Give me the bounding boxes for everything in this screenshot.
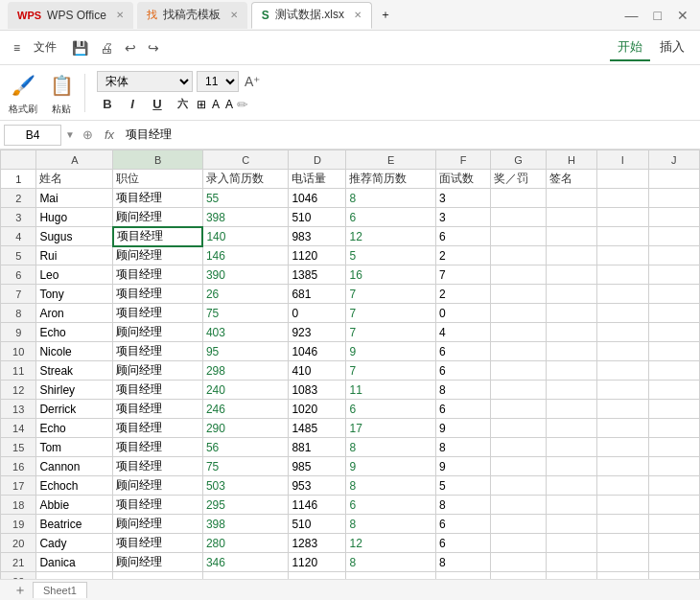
cell-e10[interactable]: 9 (346, 342, 435, 361)
cell-j20[interactable] (648, 534, 699, 553)
cell-f10[interactable]: 6 (435, 342, 490, 361)
cell-j16[interactable] (648, 457, 699, 476)
cell-e21[interactable]: 8 (346, 553, 435, 572)
cell-a15[interactable]: Tom (36, 438, 113, 457)
cell-g18[interactable] (491, 496, 546, 515)
cell-e20[interactable]: 12 (346, 534, 435, 553)
cell-g2[interactable] (491, 189, 546, 208)
cell-a18[interactable]: Abbie (36, 496, 113, 515)
cell-g14[interactable] (491, 419, 546, 438)
cell-a6[interactable]: Leo (36, 265, 113, 285)
cell-b14[interactable]: 项目经理 (113, 419, 202, 438)
cell-b16[interactable]: 项目经理 (113, 457, 202, 476)
cell-b18[interactable]: 项目经理 (113, 496, 202, 515)
cell-b4[interactable]: 项目经理 (113, 227, 202, 246)
print-icon[interactable]: 🖨 (96, 38, 117, 58)
zoom-icon[interactable]: ⊕ (79, 127, 97, 142)
cell-a9[interactable]: Echo (36, 323, 113, 342)
col-header-j[interactable]: J (648, 150, 699, 170)
cell-h6[interactable] (546, 265, 596, 285)
cell-i17[interactable] (597, 476, 648, 496)
cell-f11[interactable]: 6 (435, 361, 490, 381)
cell-a13[interactable]: Derrick (36, 400, 113, 419)
cell-g6[interactable] (491, 265, 546, 285)
cell-f20[interactable]: 6 (435, 534, 490, 553)
cell-j5[interactable] (648, 246, 699, 265)
cell-a14[interactable]: Echo (36, 419, 113, 438)
cell-j8[interactable] (648, 304, 699, 323)
cell-f8[interactable]: 0 (435, 304, 490, 323)
cell-i18[interactable] (597, 496, 648, 515)
cell-f17[interactable]: 5 (435, 476, 490, 496)
cell-c9[interactable]: 403 (202, 323, 288, 342)
col-header-d[interactable]: D (289, 150, 346, 170)
cell-h20[interactable] (546, 534, 596, 553)
tab-wps[interactable]: WPS WPS Office ✕ (8, 2, 133, 29)
underline-btn[interactable]: U (147, 94, 168, 115)
menu-file[interactable]: 文件 (28, 35, 62, 59)
sheet-tab-1[interactable]: Sheet1 (33, 582, 87, 598)
cell-d1[interactable]: 电话量 (289, 170, 346, 189)
cell-a17[interactable]: Echoch (36, 476, 113, 496)
col-header-a[interactable]: A (36, 150, 113, 170)
cell-f4[interactable]: 6 (435, 227, 490, 246)
cell-d20[interactable]: 1283 (289, 534, 346, 553)
cell-h9[interactable] (546, 323, 596, 342)
cell-a1[interactable]: 姓名 (36, 170, 113, 189)
cell-i21[interactable] (597, 553, 648, 572)
cell-c16[interactable]: 75 (202, 457, 288, 476)
strikethrough-btn[interactable]: 六 (172, 94, 193, 115)
cell-h8[interactable] (546, 304, 596, 323)
cell-a19[interactable]: Beatrice (36, 515, 113, 534)
cell-h19[interactable] (546, 515, 596, 534)
cell-c3[interactable]: 398 (202, 208, 288, 227)
cell-d17[interactable]: 953 (289, 476, 346, 496)
cell-h15[interactable] (546, 438, 596, 457)
cell-b10[interactable]: 项目经理 (113, 342, 202, 361)
cell-j18[interactable] (648, 496, 699, 515)
cell-d16[interactable]: 985 (289, 457, 346, 476)
close-tab-template[interactable]: ✕ (230, 10, 238, 20)
cell-b13[interactable]: 项目经理 (113, 400, 202, 419)
cell-i20[interactable] (597, 534, 648, 553)
cell-c6[interactable]: 390 (202, 265, 288, 285)
font-family-select[interactable]: 宋体 (97, 71, 193, 92)
cell-f13[interactable]: 6 (435, 400, 490, 419)
cell-f3[interactable]: 3 (435, 208, 490, 227)
cell-f1[interactable]: 面试数 (435, 170, 490, 189)
cell-b19[interactable]: 顾问经理 (113, 515, 202, 534)
cell-j12[interactable] (648, 381, 699, 400)
formula-dropdown-arrow[interactable]: ▼ (65, 129, 75, 140)
cell-c12[interactable]: 240 (202, 381, 288, 400)
cell-c13[interactable]: 246 (202, 400, 288, 419)
cell-h4[interactable] (546, 227, 596, 246)
cell-b11[interactable]: 顾问经理 (113, 361, 202, 381)
cell-j2[interactable] (648, 189, 699, 208)
cell-e16[interactable]: 9 (346, 457, 435, 476)
add-sheet-btn[interactable]: ＋ (8, 580, 33, 601)
cell-f19[interactable]: 6 (435, 515, 490, 534)
cell-j1[interactable] (648, 170, 699, 189)
cell-h10[interactable] (546, 342, 596, 361)
cell-d21[interactable]: 1120 (289, 553, 346, 572)
cell-b15[interactable]: 项目经理 (113, 438, 202, 457)
cell-j3[interactable] (648, 208, 699, 227)
new-tab-btn[interactable]: ＋ (380, 7, 391, 23)
cell-i2[interactable] (597, 189, 648, 208)
cell-a3[interactable]: Hugo (36, 208, 113, 227)
cell-f15[interactable]: 8 (435, 438, 490, 457)
cell-a21[interactable]: Danica (36, 553, 113, 572)
cell-i19[interactable] (597, 515, 648, 534)
cell-d13[interactable]: 1020 (289, 400, 346, 419)
cell-d6[interactable]: 1385 (289, 265, 346, 285)
menu-hamburger[interactable]: ≡ (8, 37, 26, 58)
cell-j19[interactable] (648, 515, 699, 534)
cell-g13[interactable] (491, 400, 546, 419)
cell-h3[interactable] (546, 208, 596, 227)
cell-d2[interactable]: 1046 (289, 189, 346, 208)
font-color-btn[interactable]: A (225, 98, 233, 111)
highlight-btn[interactable]: A (212, 98, 220, 111)
cell-g1[interactable]: 奖／罚 (491, 170, 546, 189)
tab-start[interactable]: 开始 (610, 35, 650, 61)
cell-g19[interactable] (491, 515, 546, 534)
